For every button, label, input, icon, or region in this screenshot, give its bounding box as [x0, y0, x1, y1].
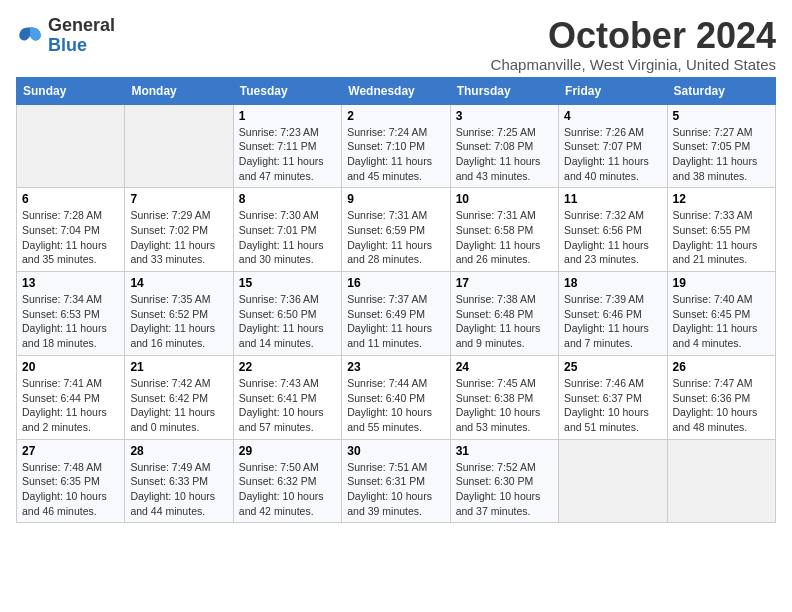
calendar-week-row: 6Sunrise: 7:28 AM Sunset: 7:04 PM Daylig… — [17, 188, 776, 272]
calendar-cell: 13Sunrise: 7:34 AM Sunset: 6:53 PM Dayli… — [17, 272, 125, 356]
day-number: 7 — [130, 192, 227, 206]
day-detail: Sunrise: 7:23 AM Sunset: 7:11 PM Dayligh… — [239, 125, 336, 184]
calendar-cell: 11Sunrise: 7:32 AM Sunset: 6:56 PM Dayli… — [559, 188, 667, 272]
day-detail: Sunrise: 7:36 AM Sunset: 6:50 PM Dayligh… — [239, 292, 336, 351]
day-detail: Sunrise: 7:48 AM Sunset: 6:35 PM Dayligh… — [22, 460, 119, 519]
day-detail: Sunrise: 7:51 AM Sunset: 6:31 PM Dayligh… — [347, 460, 444, 519]
calendar-cell: 16Sunrise: 7:37 AM Sunset: 6:49 PM Dayli… — [342, 272, 450, 356]
logo: General Blue — [16, 16, 115, 56]
calendar-cell: 14Sunrise: 7:35 AM Sunset: 6:52 PM Dayli… — [125, 272, 233, 356]
calendar-cell: 1Sunrise: 7:23 AM Sunset: 7:11 PM Daylig… — [233, 104, 341, 188]
page-header: General Blue October 2024 Chapmanville, … — [16, 16, 776, 73]
day-number: 3 — [456, 109, 553, 123]
calendar-header-row: SundayMondayTuesdayWednesdayThursdayFrid… — [17, 77, 776, 104]
calendar-cell — [559, 439, 667, 523]
calendar-cell: 7Sunrise: 7:29 AM Sunset: 7:02 PM Daylig… — [125, 188, 233, 272]
day-detail: Sunrise: 7:49 AM Sunset: 6:33 PM Dayligh… — [130, 460, 227, 519]
day-detail: Sunrise: 7:47 AM Sunset: 6:36 PM Dayligh… — [673, 376, 770, 435]
day-detail: Sunrise: 7:40 AM Sunset: 6:45 PM Dayligh… — [673, 292, 770, 351]
calendar-cell: 5Sunrise: 7:27 AM Sunset: 7:05 PM Daylig… — [667, 104, 775, 188]
day-number: 5 — [673, 109, 770, 123]
day-number: 30 — [347, 444, 444, 458]
day-number: 14 — [130, 276, 227, 290]
day-detail: Sunrise: 7:26 AM Sunset: 7:07 PM Dayligh… — [564, 125, 661, 184]
day-number: 8 — [239, 192, 336, 206]
calendar-cell: 23Sunrise: 7:44 AM Sunset: 6:40 PM Dayli… — [342, 355, 450, 439]
calendar-cell: 15Sunrise: 7:36 AM Sunset: 6:50 PM Dayli… — [233, 272, 341, 356]
calendar-cell: 19Sunrise: 7:40 AM Sunset: 6:45 PM Dayli… — [667, 272, 775, 356]
calendar-cell: 2Sunrise: 7:24 AM Sunset: 7:10 PM Daylig… — [342, 104, 450, 188]
calendar-table: SundayMondayTuesdayWednesdayThursdayFrid… — [16, 77, 776, 524]
day-number: 21 — [130, 360, 227, 374]
calendar-cell — [17, 104, 125, 188]
location: Chapmanville, West Virginia, United Stat… — [491, 56, 776, 73]
calendar-cell: 9Sunrise: 7:31 AM Sunset: 6:59 PM Daylig… — [342, 188, 450, 272]
day-detail: Sunrise: 7:43 AM Sunset: 6:41 PM Dayligh… — [239, 376, 336, 435]
logo-bird-icon — [16, 22, 44, 50]
calendar-week-row: 1Sunrise: 7:23 AM Sunset: 7:11 PM Daylig… — [17, 104, 776, 188]
day-number: 17 — [456, 276, 553, 290]
day-number: 26 — [673, 360, 770, 374]
day-detail: Sunrise: 7:41 AM Sunset: 6:44 PM Dayligh… — [22, 376, 119, 435]
day-detail: Sunrise: 7:30 AM Sunset: 7:01 PM Dayligh… — [239, 208, 336, 267]
day-detail: Sunrise: 7:31 AM Sunset: 6:58 PM Dayligh… — [456, 208, 553, 267]
day-detail: Sunrise: 7:38 AM Sunset: 6:48 PM Dayligh… — [456, 292, 553, 351]
logo-text: General Blue — [48, 16, 115, 56]
day-detail: Sunrise: 7:25 AM Sunset: 7:08 PM Dayligh… — [456, 125, 553, 184]
day-number: 1 — [239, 109, 336, 123]
calendar-cell — [667, 439, 775, 523]
day-detail: Sunrise: 7:35 AM Sunset: 6:52 PM Dayligh… — [130, 292, 227, 351]
day-number: 10 — [456, 192, 553, 206]
calendar-cell: 6Sunrise: 7:28 AM Sunset: 7:04 PM Daylig… — [17, 188, 125, 272]
day-number: 6 — [22, 192, 119, 206]
weekday-header-thursday: Thursday — [450, 77, 558, 104]
day-number: 24 — [456, 360, 553, 374]
day-number: 23 — [347, 360, 444, 374]
day-number: 11 — [564, 192, 661, 206]
day-number: 4 — [564, 109, 661, 123]
calendar-cell: 29Sunrise: 7:50 AM Sunset: 6:32 PM Dayli… — [233, 439, 341, 523]
logo-blue: Blue — [48, 36, 115, 56]
calendar-cell: 12Sunrise: 7:33 AM Sunset: 6:55 PM Dayli… — [667, 188, 775, 272]
calendar-cell: 26Sunrise: 7:47 AM Sunset: 6:36 PM Dayli… — [667, 355, 775, 439]
day-number: 20 — [22, 360, 119, 374]
calendar-week-row: 13Sunrise: 7:34 AM Sunset: 6:53 PM Dayli… — [17, 272, 776, 356]
calendar-cell — [125, 104, 233, 188]
day-detail: Sunrise: 7:28 AM Sunset: 7:04 PM Dayligh… — [22, 208, 119, 267]
day-detail: Sunrise: 7:42 AM Sunset: 6:42 PM Dayligh… — [130, 376, 227, 435]
day-detail: Sunrise: 7:27 AM Sunset: 7:05 PM Dayligh… — [673, 125, 770, 184]
calendar-cell: 3Sunrise: 7:25 AM Sunset: 7:08 PM Daylig… — [450, 104, 558, 188]
day-number: 31 — [456, 444, 553, 458]
logo-general: General — [48, 16, 115, 36]
weekday-header-friday: Friday — [559, 77, 667, 104]
month-title: October 2024 — [491, 16, 776, 56]
calendar-cell: 17Sunrise: 7:38 AM Sunset: 6:48 PM Dayli… — [450, 272, 558, 356]
calendar-cell: 20Sunrise: 7:41 AM Sunset: 6:44 PM Dayli… — [17, 355, 125, 439]
calendar-cell: 10Sunrise: 7:31 AM Sunset: 6:58 PM Dayli… — [450, 188, 558, 272]
day-number: 22 — [239, 360, 336, 374]
day-detail: Sunrise: 7:34 AM Sunset: 6:53 PM Dayligh… — [22, 292, 119, 351]
calendar-cell: 4Sunrise: 7:26 AM Sunset: 7:07 PM Daylig… — [559, 104, 667, 188]
weekday-header-saturday: Saturday — [667, 77, 775, 104]
day-number: 19 — [673, 276, 770, 290]
calendar-week-row: 27Sunrise: 7:48 AM Sunset: 6:35 PM Dayli… — [17, 439, 776, 523]
day-detail: Sunrise: 7:29 AM Sunset: 7:02 PM Dayligh… — [130, 208, 227, 267]
day-detail: Sunrise: 7:37 AM Sunset: 6:49 PM Dayligh… — [347, 292, 444, 351]
day-number: 2 — [347, 109, 444, 123]
day-detail: Sunrise: 7:50 AM Sunset: 6:32 PM Dayligh… — [239, 460, 336, 519]
calendar-cell: 18Sunrise: 7:39 AM Sunset: 6:46 PM Dayli… — [559, 272, 667, 356]
day-detail: Sunrise: 7:32 AM Sunset: 6:56 PM Dayligh… — [564, 208, 661, 267]
calendar-cell: 24Sunrise: 7:45 AM Sunset: 6:38 PM Dayli… — [450, 355, 558, 439]
day-detail: Sunrise: 7:52 AM Sunset: 6:30 PM Dayligh… — [456, 460, 553, 519]
calendar-cell: 21Sunrise: 7:42 AM Sunset: 6:42 PM Dayli… — [125, 355, 233, 439]
weekday-header-monday: Monday — [125, 77, 233, 104]
calendar-cell: 31Sunrise: 7:52 AM Sunset: 6:30 PM Dayli… — [450, 439, 558, 523]
day-number: 29 — [239, 444, 336, 458]
day-number: 28 — [130, 444, 227, 458]
calendar-cell: 28Sunrise: 7:49 AM Sunset: 6:33 PM Dayli… — [125, 439, 233, 523]
calendar-cell: 25Sunrise: 7:46 AM Sunset: 6:37 PM Dayli… — [559, 355, 667, 439]
day-detail: Sunrise: 7:33 AM Sunset: 6:55 PM Dayligh… — [673, 208, 770, 267]
day-number: 25 — [564, 360, 661, 374]
calendar-cell: 22Sunrise: 7:43 AM Sunset: 6:41 PM Dayli… — [233, 355, 341, 439]
weekday-header-sunday: Sunday — [17, 77, 125, 104]
